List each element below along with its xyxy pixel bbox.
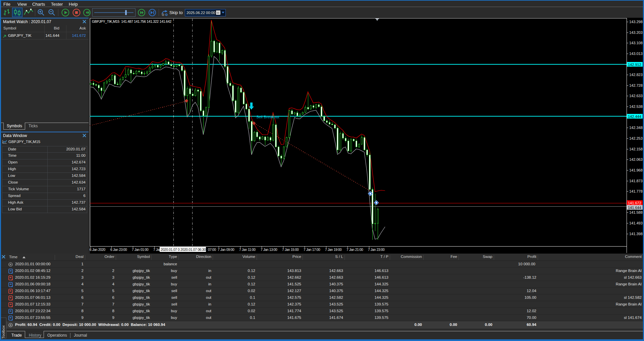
svg-text:6 Jan 2020: 6 Jan 2020 xyxy=(90,248,106,252)
svg-text:141.644: 141.644 xyxy=(628,206,641,210)
svg-text:142.348: 142.348 xyxy=(629,126,643,130)
svg-text:07:00: 07:00 xyxy=(208,248,216,252)
svg-text:2020.01.07 0 2020.01.07 06:30: 2020.01.07 0 2020.01.07 06:30 xyxy=(161,248,206,252)
svg-text:142.728: 142.728 xyxy=(629,83,643,87)
svg-text:142.253: 142.253 xyxy=(629,136,643,140)
svg-text:7 Jan 15:00: 7 Jan 15:00 xyxy=(282,248,299,252)
svg-text:142.823: 142.823 xyxy=(629,73,643,77)
svg-text:7 Jan 09:00: 7 Jan 09:00 xyxy=(218,248,234,252)
svg-text:141.398: 141.398 xyxy=(629,232,643,236)
svg-text:7 Jan 01:00: 7 Jan 01:00 xyxy=(132,248,149,252)
svg-text:Sell Breakout: Sell Breakout xyxy=(256,115,279,119)
svg-text:141.588: 141.588 xyxy=(629,210,643,214)
svg-text:143.298: 143.298 xyxy=(629,20,643,24)
svg-text:7 Jan 11:00: 7 Jan 11:00 xyxy=(239,248,256,252)
svg-text:7 Jan 21:00: 7 Jan 21:00 xyxy=(346,248,363,252)
svg-text:143.203: 143.203 xyxy=(629,30,643,35)
svg-text:141.968: 141.968 xyxy=(629,168,643,172)
svg-text:2025.06.22 00:00: 2025.06.22 00:00 xyxy=(186,11,215,15)
svg-text:141.672: 141.672 xyxy=(628,201,641,205)
svg-text:142.538: 142.538 xyxy=(629,105,643,109)
svg-text:141.873: 141.873 xyxy=(629,179,643,183)
svg-text:7 Jan 17:00: 7 Jan 17:00 xyxy=(304,248,320,252)
svg-text:142.063: 142.063 xyxy=(629,157,643,161)
svg-text:7 Jan 13:00: 7 Jan 13:00 xyxy=(261,248,277,252)
svg-text:Skip to: Skip to xyxy=(169,10,183,15)
svg-text:141.493: 141.493 xyxy=(629,221,643,225)
svg-text:7 Jan 23:00: 7 Jan 23:00 xyxy=(368,248,385,252)
svg-text:141.778: 141.778 xyxy=(629,189,643,193)
svg-text:143.013: 143.013 xyxy=(629,52,643,56)
svg-text:142.444: 142.444 xyxy=(628,115,641,119)
svg-text:142.158: 142.158 xyxy=(629,147,643,151)
svg-text:GBPJPY_TIK,M15 141.487 141.75: GBPJPY_TIK,M15 141.487 141.756 141.322 1… xyxy=(92,19,171,23)
svg-text:143.108: 143.108 xyxy=(629,41,643,45)
svg-text:142.912: 142.912 xyxy=(628,63,641,67)
svg-text:142.633: 142.633 xyxy=(629,94,643,98)
svg-text:6 Jan 23:00: 6 Jan 23:00 xyxy=(110,248,127,252)
svg-text:7 Jan 19:00: 7 Jan 19:00 xyxy=(325,248,342,252)
